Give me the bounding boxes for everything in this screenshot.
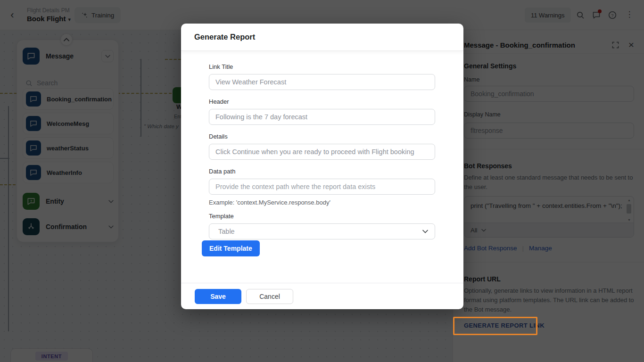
cancel-button[interactable]: Cancel [246, 289, 293, 304]
template-label: Template [209, 213, 435, 220]
save-button[interactable]: Save [195, 289, 241, 304]
modal-footer: Save Cancel [181, 283, 463, 309]
link-title-label: Link Title [209, 63, 435, 70]
link-title-input[interactable] [209, 74, 435, 90]
template-select[interactable]: Table [209, 223, 435, 239]
modal-header: Generate Report [181, 24, 463, 51]
details-input[interactable] [209, 144, 435, 160]
template-selected-value: Table [218, 228, 422, 235]
header-label: Header [209, 98, 435, 105]
data-path-label: Data path [209, 168, 435, 175]
chevron-down-icon [422, 230, 428, 233]
modal-body: Link Title Header Details Data path Exam… [181, 51, 463, 256]
edit-template-button[interactable]: Edit Template [202, 240, 260, 256]
header-input[interactable] [209, 109, 435, 125]
data-path-example: Example: 'context.MyService.response.bod… [209, 199, 435, 206]
data-path-input[interactable] [209, 179, 435, 195]
generate-report-modal: Generate Report Link Title Header Detail… [181, 24, 463, 309]
details-label: Details [209, 133, 435, 140]
modal-title: Generate Report [194, 33, 255, 41]
app-root: ‹ Flight Details PM Book Flight▾ Trainin… [0, 0, 644, 362]
